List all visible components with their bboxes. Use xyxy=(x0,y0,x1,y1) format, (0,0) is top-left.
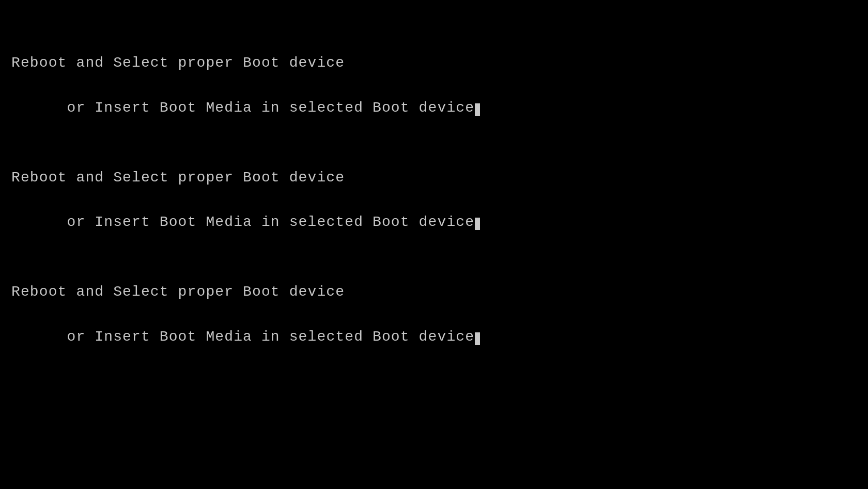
message-3-line-1: Reboot and Select proper Boot device xyxy=(11,281,868,303)
cursor-2 xyxy=(475,218,480,230)
message-group-3: Reboot and Select proper Boot device or … xyxy=(11,281,868,371)
message-2-line-1: Reboot and Select proper Boot device xyxy=(11,166,868,189)
message-group-1: Reboot and Select proper Boot device or … xyxy=(11,52,868,142)
message-2-line-2: or Insert Boot Media in selected Boot de… xyxy=(11,189,868,256)
cursor-3 xyxy=(475,332,480,345)
message-1-line-1: Reboot and Select proper Boot device xyxy=(11,52,868,74)
bios-screen: Reboot and Select proper Boot device or … xyxy=(0,0,868,489)
cursor-1 xyxy=(475,103,480,116)
message-group-2: Reboot and Select proper Boot device or … xyxy=(11,166,868,256)
message-3-line-2: or Insert Boot Media in selected Boot de… xyxy=(11,303,868,371)
message-1-line-2: or Insert Boot Media in selected Boot de… xyxy=(11,74,868,141)
